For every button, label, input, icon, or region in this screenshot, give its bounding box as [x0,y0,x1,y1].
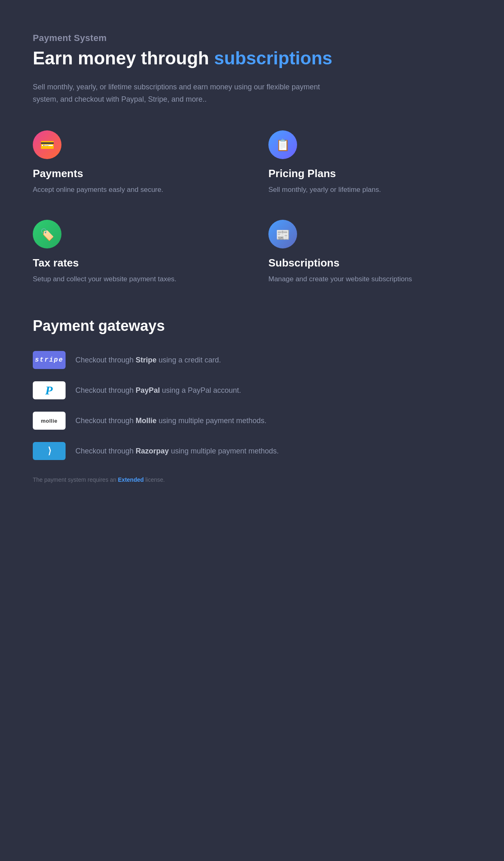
payments-desc: Accept online payments easly and secure. [33,184,236,195]
feature-subscriptions: Subscriptions Manage and create your web… [268,220,471,285]
license-note-after: license. [144,476,165,483]
license-note-before: The payment system requires an [33,476,118,483]
gateway-stripe: stripe Checkout through Stripe using a c… [33,351,471,369]
stripe-text: Checkout through Stripe using a credit c… [75,355,221,366]
payment-gateways-title: Payment gateways [33,317,471,335]
razorpay-text: Checkout through Razorpay using multiple… [75,446,279,457]
payments-icon [33,130,61,159]
license-type: Extended [118,476,144,483]
subscriptions-title: Subscriptions [268,257,471,269]
feature-tax-rates: Tax rates Setup and collect your website… [33,220,236,285]
stripe-logo: stripe [33,351,66,369]
pricing-plans-desc: Sell monthly, yearly or lifetime plans. [268,184,471,195]
tax-rates-desc: Setup and collect your website payment t… [33,273,236,285]
gateway-paypal: P Checkout through PayPal using a PayPal… [33,381,471,399]
tax-rates-title: Tax rates [33,257,236,269]
razorpay-logo: ⟩ [33,442,66,460]
license-note: The payment system requires an Extended … [33,476,471,483]
heading-highlight: subscriptions [214,48,332,68]
mollie-logo: mollie [33,412,66,430]
paypal-logo: P [33,381,66,399]
gateway-razorpay: ⟩ Checkout through Razorpay using multip… [33,442,471,460]
paypal-text: Checkout through PayPal using a PayPal a… [75,385,241,396]
feature-payments: Payments Accept online payments easly an… [33,130,236,195]
header-section: Payment System Earn money through subscr… [33,33,471,106]
main-heading: Earn money through subscriptions [33,48,471,69]
main-description: Sell monthly, yearly, or lifetime subscr… [33,81,344,106]
pricing-plans-icon [268,130,297,159]
payments-title: Payments [33,167,236,180]
payment-gateways-section: Payment gateways stripe Checkout through… [33,317,471,483]
feature-pricing-plans: Pricing Plans Sell monthly, yearly or li… [268,130,471,195]
heading-part1: Earn money through [33,48,214,68]
features-grid: Payments Accept online payments easly an… [33,130,471,285]
tax-rates-icon [33,220,61,248]
subscriptions-icon [268,220,297,248]
section-label: Payment System [33,33,471,43]
mollie-text: Checkout through Mollie using multiple p… [75,415,266,426]
subscriptions-desc: Manage and create your website subscript… [268,273,471,285]
pricing-plans-title: Pricing Plans [268,167,471,180]
gateway-mollie: mollie Checkout through Mollie using mul… [33,412,471,430]
